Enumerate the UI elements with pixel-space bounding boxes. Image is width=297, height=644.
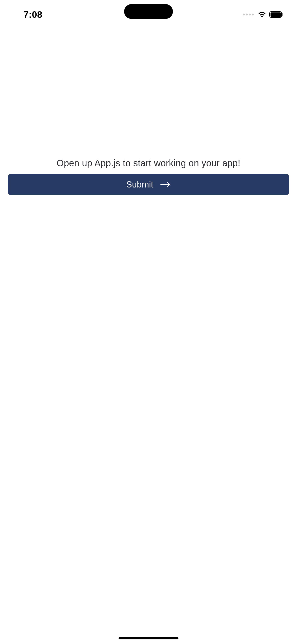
intro-message: Open up App.js to start working on your … <box>0 158 297 168</box>
submit-button-label: Submit <box>126 180 153 190</box>
arrow-right-icon <box>160 182 171 187</box>
home-indicator[interactable] <box>118 637 178 640</box>
main-content: Open up App.js to start working on your … <box>0 0 297 644</box>
submit-button[interactable]: Submit <box>8 174 289 195</box>
